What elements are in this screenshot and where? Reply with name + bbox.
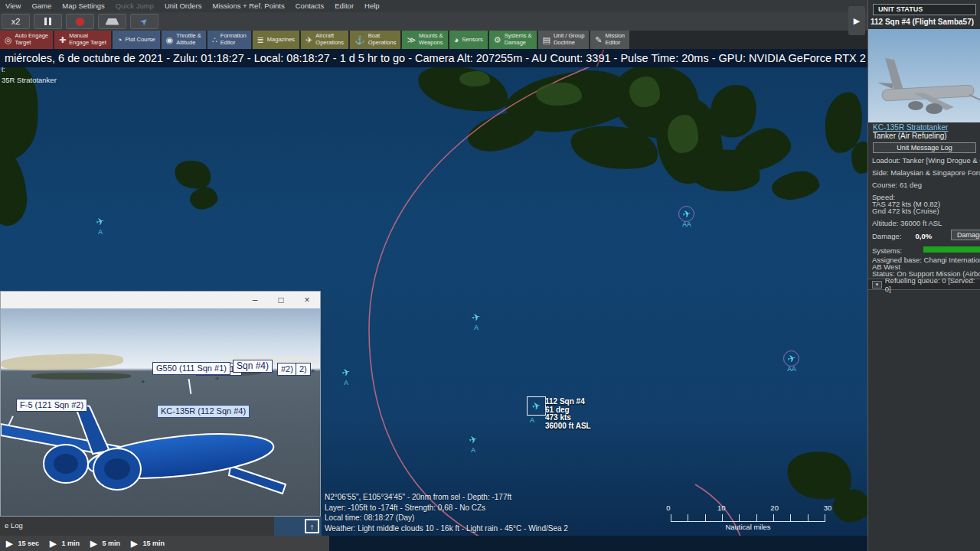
time-step-15-min[interactable]: ▶15 min xyxy=(131,539,165,549)
ribbon-button-label: BoatOperations xyxy=(368,33,397,46)
formation-icon: ∴ xyxy=(212,35,217,45)
menu-item-help[interactable]: Help xyxy=(359,0,385,12)
unit-speed-gnd: Gnd 472 kts (Cruise) xyxy=(872,207,980,215)
menu-item-unit-orders[interactable]: Unit Orders xyxy=(159,0,207,12)
info-bar-text: miércoles, 6 de octubre de 2021 - Zulu: … xyxy=(5,52,866,64)
ribbon-button-label: Magazines xyxy=(267,37,295,44)
ribbon-button-plot-course[interactable]: ◔Plot Course xyxy=(113,31,160,49)
unit-db-link[interactable]: KC-135R Stratotanker xyxy=(873,123,948,132)
menu-item-map-settings[interactable]: Map Settings xyxy=(57,0,109,12)
unit-label-g550[interactable]: G550 (111 Sqn #1) xyxy=(152,362,230,375)
message-log-titlebar[interactable]: e Log ↑ xyxy=(0,517,322,536)
menu-item-view[interactable]: View xyxy=(0,0,26,12)
selected-unit-marker[interactable]: ✈ xyxy=(527,396,546,416)
time-compression-button[interactable]: x2 xyxy=(2,14,30,29)
maximize-icon[interactable]: □ xyxy=(268,292,294,308)
jump-arrow-icon: ➤ xyxy=(138,15,151,28)
menu-item-quick-jump[interactable]: Quick Jump xyxy=(110,0,159,12)
unit-label-fragment[interactable]: Sqn #4) xyxy=(233,360,273,373)
minimize-icon[interactable]: – xyxy=(242,292,268,308)
jump-button[interactable]: ➤ xyxy=(130,14,158,29)
ribbon-button-label: Mounts &Weapons xyxy=(419,33,443,46)
ribbon-button-label: Sensors xyxy=(462,37,483,44)
model-viewport[interactable]: ✈ ✈ ✈ G550 (111Sqn #4)#2)2) G550 (111 Sq… xyxy=(1,308,320,516)
unit-course: Course: 61 deg xyxy=(872,181,980,189)
menu-item-game[interactable]: Game xyxy=(26,0,57,12)
time-step-bar: ▶15 sec▶1 min▶5 min▶15 min xyxy=(0,536,329,551)
pause-button[interactable] xyxy=(34,14,62,29)
sidebar-header: UNIT STATUS xyxy=(873,4,976,15)
boat-icon: ⚓ xyxy=(354,35,365,45)
refueling-queue-row[interactable]: ▼ Refueling queue: 0 [Served: 0] xyxy=(868,279,980,290)
sidebar-collapse-button[interactable]: ▶ xyxy=(848,6,865,35)
refueling-queue-text: Refueling queue: 0 [Served: 0] xyxy=(885,276,980,293)
damage-button[interactable]: Damage xyxy=(951,230,980,240)
unit-side: Side: Malaysian & Singapore Forces xyxy=(872,168,980,177)
unit-type: Tanker (Air Refueling) xyxy=(873,132,947,140)
island xyxy=(459,71,490,86)
kc135-photo-silhouette xyxy=(868,29,980,122)
ribbon-button-magazines[interactable]: ≣Magazines xyxy=(253,31,300,49)
info-bar: miércoles, 6 de octubre de 2021 - Zulu: … xyxy=(0,49,867,67)
play-icon: ▶ xyxy=(50,539,56,549)
time-step-5-min[interactable]: ▶5 min xyxy=(90,539,120,549)
ammo-icon: ≣ xyxy=(257,35,264,45)
kc135-3d-model xyxy=(1,376,320,516)
record-button[interactable] xyxy=(66,14,94,29)
aircraft-icon: ✈ xyxy=(531,399,541,412)
ribbon-button-systems-damage[interactable]: ⚙Systems &Damage xyxy=(489,31,537,49)
scale-tick-label: 10 xyxy=(717,504,726,512)
ribbon-button-auto-engage-target[interactable]: ◎Auto EngageTarget xyxy=(0,31,53,49)
ribbon-button-sensors[interactable]: ◕Sensors xyxy=(449,31,488,49)
unit-photo xyxy=(868,29,980,122)
ribbon-button-label: Systems &Damage xyxy=(505,33,532,46)
coastline xyxy=(1,352,123,372)
menu-item-contacts[interactable]: Contacts xyxy=(290,0,330,12)
selected-unit-altitude: 36000 ft ASL xyxy=(545,422,591,431)
menu-item-missions-ref-points[interactable]: Missions + Ref. Points xyxy=(207,0,289,12)
scale-tick-label: 20 xyxy=(770,504,779,512)
unit-label-fragment[interactable]: 2) xyxy=(296,363,311,376)
map-view-button[interactable] xyxy=(98,14,126,29)
time-step-label: 1 min xyxy=(61,540,80,547)
time-step-1-min[interactable]: ▶1 min xyxy=(50,539,80,549)
island xyxy=(629,77,660,107)
ribbon-button-label: Unit / GroupDoctrine xyxy=(554,33,584,46)
unit-title: 112 Sqn #4 (Flight Samba57) xyxy=(871,18,974,26)
ribbon-button-label: Throttle &Altitude xyxy=(176,33,201,46)
window-titlebar[interactable]: – □ × xyxy=(1,292,320,308)
time-step-label: 15 sec xyxy=(18,540,39,547)
island xyxy=(668,115,698,153)
throttle-icon: ◉ xyxy=(166,35,174,45)
close-icon[interactable]: × xyxy=(294,292,320,308)
play-icon: ▶ xyxy=(131,539,137,549)
ribbon-button-aircraft-operations[interactable]: ✈AircraftOperations xyxy=(301,31,348,49)
ribbon-button-manual-engage-target[interactable]: ✚ManualEngage Target xyxy=(54,31,111,49)
restore-up-button[interactable]: ↑ xyxy=(305,519,319,533)
damage-value: 0,0% xyxy=(916,232,933,240)
model-viewer-window[interactable]: – □ × ✈ ✈ ✈ G550 (111Sqn #4 xyxy=(0,291,321,517)
map-view-icon xyxy=(106,18,119,25)
unit-label-fragment[interactable]: #2) xyxy=(277,363,297,376)
time-step-15-sec[interactable]: ▶15 sec xyxy=(6,539,39,549)
ribbon-button-mounts-weapons[interactable]: ≫Mounts &Weapons xyxy=(402,31,447,49)
ribbon-button-formation-editor[interactable]: ∴FormationEditor xyxy=(207,31,251,49)
ribbon-button-unit-group-doctrine[interactable]: ▤Unit / GroupDoctrine xyxy=(538,31,590,49)
unit-label-kc135-selected[interactable]: KC-135R (112 Sqn #4) xyxy=(157,405,250,418)
crosshair-icon: ◎ xyxy=(5,35,12,45)
scale-tick-label: 0 xyxy=(666,504,670,512)
ribbon-toolbar: ◎Auto EngageTarget✚ManualEngage Target◔P… xyxy=(0,31,867,49)
ribbon-button-label: Plot Course xyxy=(126,37,155,44)
ribbon-button-boat-operations[interactable]: ⚓BoatOperations xyxy=(350,31,400,49)
compass-icon: ◔ xyxy=(117,35,122,45)
scale-numbers: 0102030 xyxy=(668,504,828,513)
map-status-line: N2°06'55", E105°34'45" - 20nm from sel -… xyxy=(325,492,568,503)
record-icon xyxy=(76,18,84,26)
unit-loadout: Loadout: Tanker [Wing Drogue & Centerlin… xyxy=(872,156,980,165)
ribbon-button-throttle-altitude[interactable]: ◉Throttle &Altitude xyxy=(162,31,206,49)
scale-unit-label: Nautical miles xyxy=(668,523,828,531)
unit-message-log-button[interactable]: Unit Message Log xyxy=(873,142,976,153)
unit-label-f5[interactable]: F-5 (121 Sqn #2) xyxy=(16,399,87,412)
menu-item-editor[interactable]: Editor xyxy=(329,0,359,12)
ribbon-button-mission-editor[interactable]: ✎MissionEditor xyxy=(590,31,629,49)
